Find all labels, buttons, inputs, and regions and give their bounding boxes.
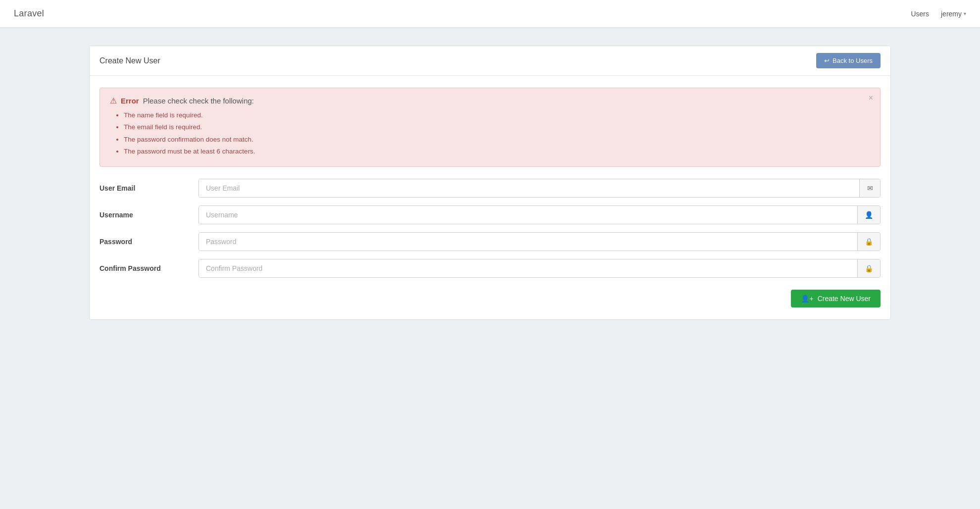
confirm-password-form-group: Confirm Password 🔒 <box>99 259 881 278</box>
navbar-right: Users jeremy ▾ <box>911 10 966 18</box>
navbar-brand: Laravel <box>14 8 44 19</box>
nav-users-link[interactable]: Users <box>911 10 929 18</box>
email-label: User Email <box>99 184 198 192</box>
create-user-label: Create New User <box>818 295 871 303</box>
alert-close-button[interactable]: × <box>869 94 873 102</box>
confirm-password-input-group: 🔒 <box>198 259 881 278</box>
email-field[interactable] <box>199 179 859 197</box>
list-item: The password confirmation does not match… <box>124 135 870 145</box>
confirm-password-field[interactable] <box>199 259 857 277</box>
page-body: Create New User ↩ Back to Users ⚠ Error … <box>0 28 980 338</box>
main-card: Create New User ↩ Back to Users ⚠ Error … <box>89 46 891 320</box>
create-new-user-button[interactable]: 👤+ Create New User <box>791 290 881 307</box>
password-form-group: Password 🔒 <box>99 232 881 251</box>
password-input-group: 🔒 <box>198 232 881 251</box>
navbar: Laravel Users jeremy ▾ <box>0 0 980 28</box>
page-title: Create New User <box>99 56 160 65</box>
list-item: The email field is required. <box>124 122 870 132</box>
email-input-group: ✉ <box>198 179 881 198</box>
username-input-group: 👤 <box>198 205 881 224</box>
error-alert: ⚠ Error Please check check the following… <box>99 88 881 167</box>
back-to-users-button[interactable]: ↩ Back to Users <box>816 53 881 68</box>
email-form-group: User Email ✉ <box>99 179 881 198</box>
password-field[interactable] <box>199 233 857 251</box>
warning-icon: ⚠ <box>110 96 117 105</box>
back-button-label: Back to Users <box>833 57 873 64</box>
user-icon: 👤 <box>857 206 880 224</box>
username-label: Username <box>99 211 198 219</box>
username-form-group: Username 👤 <box>99 205 881 224</box>
card-body: ⚠ Error Please check check the following… <box>90 76 890 319</box>
create-user-icon: 👤+ <box>801 295 813 303</box>
password-label: Password <box>99 238 198 246</box>
alert-error-label: Error <box>121 97 139 105</box>
username-field[interactable] <box>199 206 857 224</box>
nav-username: jeremy <box>941 10 962 18</box>
back-icon: ↩ <box>824 57 830 64</box>
lock-confirm-icon: 🔒 <box>857 259 880 277</box>
envelope-icon: ✉ <box>859 179 880 197</box>
alert-title-text: Please check check the following: <box>143 97 254 105</box>
form-actions: 👤+ Create New User <box>99 290 881 307</box>
confirm-password-label: Confirm Password <box>99 264 198 272</box>
list-item: The name field is required. <box>124 110 870 120</box>
alert-header: ⚠ Error Please check check the following… <box>110 96 870 105</box>
list-item: The password must be at least 6 characte… <box>124 147 870 156</box>
alert-error-list: The name field is required. The email fi… <box>110 110 870 156</box>
chevron-down-icon: ▾ <box>964 11 966 16</box>
lock-icon: 🔒 <box>857 233 880 251</box>
card-header: Create New User ↩ Back to Users <box>90 46 890 76</box>
nav-user-dropdown[interactable]: jeremy ▾ <box>941 10 966 18</box>
